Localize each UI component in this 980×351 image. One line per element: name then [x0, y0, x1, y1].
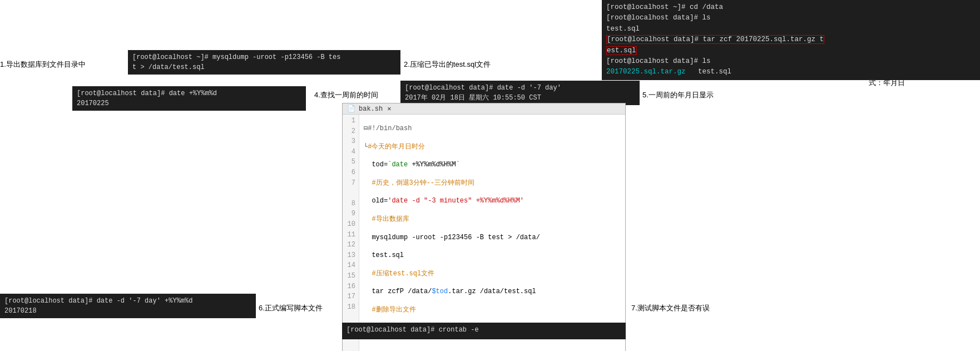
- tr-line4-red: [root@localhost data]# tar zcf 20170225.…: [606, 34, 976, 45]
- tr-line2: [root@localhost data]# ls: [606, 13, 976, 23]
- tr-line3: test.sql: [606, 24, 976, 34]
- term1-line2: t > /data/test.sql: [132, 62, 396, 72]
- terminal-date-format: [root@localhost data]# date +%Y%m%d 2017…: [72, 86, 306, 111]
- bl-line2: 20170218: [4, 306, 251, 316]
- 7day-line2: 2017年 02月 18日 星期六 10:55:50 CST: [405, 93, 635, 103]
- step6-label: 6.正式编写脚本文件: [259, 303, 323, 313]
- crontab-line1: [root@localhost data]# crontab -e: [347, 325, 621, 335]
- tr-line5-red: est.sql: [606, 46, 976, 56]
- step5-label: 5.一周前的年月日显示: [642, 90, 714, 100]
- bl-line1: [root@localhost data]# date -d '-7 day' …: [4, 296, 251, 306]
- terminal-crontab: [root@localhost data]# crontab -e: [342, 323, 626, 339]
- tr-line6: [root@localhost data]# ls: [606, 56, 976, 67]
- terminal-top-right: [root@localhost ~]# cd /data [root@local…: [602, 0, 980, 80]
- code-body: 1 2 3 4 5 6 7 8 9 10 11 12 13 14 15 16 1…: [343, 115, 625, 351]
- step4-label: 4.查找一周前的时间: [314, 90, 378, 100]
- date-line2: 20170225: [77, 98, 301, 108]
- file-icon: 📄: [347, 105, 355, 113]
- step7-label: 7.测试脚本文件是否有误: [631, 303, 710, 313]
- code-lines: ⊟#!/bin/bash └#今天的年月日时分 tod=`date +%Y%m%…: [359, 115, 545, 351]
- line-numbers: 1 2 3 4 5 6 7 8 9 10 11 12 13 14 15 16 1…: [343, 115, 359, 351]
- close-icon[interactable]: ✕: [387, 105, 391, 113]
- terminal-bottom-left: [root@localhost data]# date -d '-7 day' …: [0, 294, 256, 318]
- term1-line1: [root@localhost ~]# mysqldump -uroot -p1…: [132, 52, 396, 62]
- date-line1: [root@localhost data]# date +%Y%m%d: [77, 88, 301, 98]
- code-editor: 📄 bak.sh ✕ 1 2 3 4 5 6 7 8 9 10 11 12 13…: [342, 103, 626, 351]
- step2-label: 2.压缩已导出的test.sql文件: [404, 60, 491, 70]
- 7day-line1: [root@localhost data]# date -d '-7 day': [405, 83, 635, 93]
- tab-filename: bak.sh: [359, 105, 383, 113]
- tr-line7: 20170225.sql.tar.gz test.sql: [606, 67, 976, 77]
- editor-tab: 📄 bak.sh ✕: [343, 103, 625, 115]
- main-container: 1.导出数据库到文件目录中 [root@localhost ~]# mysqld…: [0, 0, 980, 351]
- tr-line1: [root@localhost ~]# cd /data: [606, 2, 976, 13]
- terminal-mysqldump: [root@localhost ~]# mysqldump -uroot -p1…: [128, 50, 400, 75]
- step1-label: 1.导出数据库到文件目录中: [0, 60, 86, 70]
- terminal-7day: [root@localhost data]# date -d '-7 day' …: [400, 81, 640, 105]
